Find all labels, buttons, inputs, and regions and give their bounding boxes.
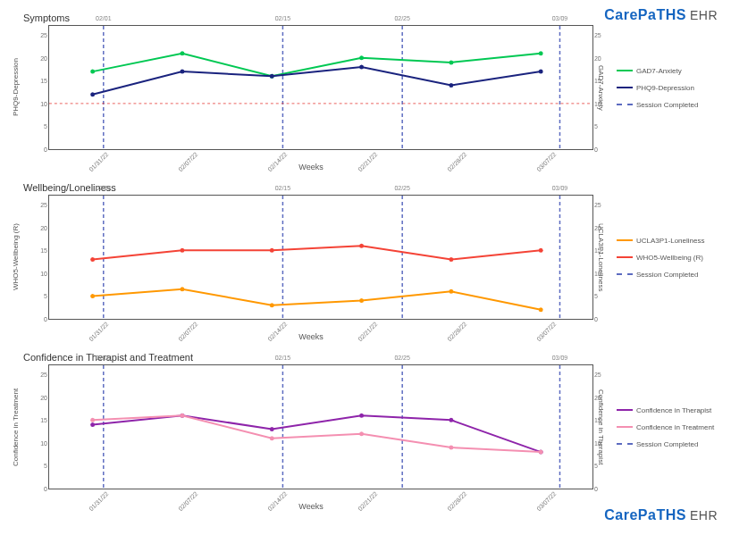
data-point bbox=[539, 51, 543, 55]
legend-swatch bbox=[617, 273, 633, 275]
session-label: 02/25 bbox=[394, 355, 410, 361]
y-tick: 20 bbox=[29, 224, 47, 230]
data-point bbox=[270, 427, 274, 431]
data-point bbox=[449, 83, 453, 88]
y-tick: 15 bbox=[594, 247, 612, 254]
data-point bbox=[270, 74, 274, 79]
y-tick: 20 bbox=[29, 54, 47, 61]
y-tick: 25 bbox=[594, 202, 612, 208]
y-axis-label-left: WHO5-Wellbeing (R) bbox=[9, 195, 21, 320]
legend-item: PHQ9-Depression bbox=[617, 84, 722, 92]
legend-swatch bbox=[617, 426, 633, 428]
y-tick: 15 bbox=[29, 78, 47, 84]
y-tick: 0 bbox=[29, 146, 47, 153]
legend-item: UCLA3P1-Loneliness bbox=[617, 237, 722, 245]
brand-suffix: EHR bbox=[690, 8, 718, 22]
data-point bbox=[270, 303, 274, 307]
x-axis-label: Weeks bbox=[34, 332, 588, 341]
legend-swatch bbox=[617, 70, 633, 71]
legend-label: GAD7-Anxiety bbox=[636, 67, 682, 75]
y-tick: 20 bbox=[594, 224, 612, 230]
chart-1: Wellbeing/LonelinessWHO5-Wellbeing (R)02… bbox=[9, 182, 722, 341]
brand-logo-top: CarePaTHSEHR bbox=[604, 7, 718, 23]
y-tick: 20 bbox=[594, 394, 612, 400]
y-tick: 5 bbox=[594, 123, 612, 130]
data-point bbox=[449, 446, 453, 450]
y-tick: 0 bbox=[29, 316, 47, 322]
data-point bbox=[180, 51, 184, 55]
y-tick: 20 bbox=[594, 54, 612, 61]
session-label: 03/09 bbox=[552, 185, 568, 191]
data-point bbox=[180, 70, 184, 74]
y-tick: 10 bbox=[594, 100, 612, 106]
y-tick: 10 bbox=[594, 270, 612, 276]
session-label: 03/09 bbox=[552, 355, 568, 361]
y-tick: 15 bbox=[29, 247, 47, 254]
session-label: 02/15 bbox=[275, 355, 291, 361]
legend-swatch bbox=[617, 104, 633, 105]
data-point bbox=[539, 70, 543, 74]
x-axis-label: Weeks bbox=[34, 502, 588, 511]
y-tick: 10 bbox=[29, 100, 47, 106]
y-tick: 10 bbox=[29, 439, 47, 446]
y-tick: 5 bbox=[29, 123, 47, 130]
data-point bbox=[449, 289, 453, 294]
y-tick: 25 bbox=[594, 32, 612, 38]
brand-suffix: EHR bbox=[690, 508, 718, 522]
session-label: 02/25 bbox=[394, 15, 410, 21]
y-tick: 25 bbox=[29, 372, 47, 378]
data-point bbox=[539, 450, 543, 455]
legend-label: Confidence in Treatment bbox=[636, 423, 714, 431]
legend-label: Confidence in Therapist bbox=[636, 406, 711, 414]
y-tick: 5 bbox=[594, 293, 612, 299]
y-axis-label-left: PHQ9-Depression bbox=[9, 25, 21, 150]
chart-2: Confidence in Therapist and TreatmentCon… bbox=[9, 352, 722, 511]
legend-item: Session Completed bbox=[617, 440, 722, 448]
series-line bbox=[93, 415, 542, 452]
data-point bbox=[180, 414, 184, 418]
legend-swatch bbox=[617, 409, 633, 411]
session-label: 03/09 bbox=[552, 15, 568, 21]
data-point bbox=[449, 60, 453, 64]
y-tick: 20 bbox=[29, 394, 47, 400]
legend-swatch bbox=[617, 443, 633, 445]
series-line bbox=[93, 415, 542, 452]
legend-label: PHQ9-Depression bbox=[636, 84, 694, 92]
y-tick: 15 bbox=[594, 78, 612, 84]
y-tick: 10 bbox=[594, 439, 612, 446]
session-label: 02/15 bbox=[275, 185, 291, 191]
data-point bbox=[359, 244, 364, 248]
data-point bbox=[90, 422, 95, 427]
data-point bbox=[180, 287, 184, 291]
y-tick: 5 bbox=[29, 463, 47, 469]
legend-swatch bbox=[617, 239, 633, 241]
data-point bbox=[359, 414, 364, 418]
y-tick: 5 bbox=[29, 293, 47, 299]
data-point bbox=[90, 257, 95, 262]
legend-item: Session Completed bbox=[617, 271, 722, 279]
legend-item: WHO5-Wellbeing (R) bbox=[617, 254, 722, 262]
x-axis-label: Weeks bbox=[34, 163, 588, 171]
data-point bbox=[90, 294, 95, 298]
plot-area: 02/0102/1502/2503/0905101520250510152025… bbox=[48, 195, 593, 320]
plot-area: 02/0102/1502/2503/0905101520250510152025… bbox=[48, 25, 593, 150]
legend-label: Session Completed bbox=[636, 101, 698, 109]
brand-name: CarePaTHS bbox=[604, 507, 686, 522]
legend-swatch bbox=[617, 87, 633, 88]
data-point bbox=[180, 248, 184, 253]
data-point bbox=[90, 418, 95, 422]
legend-label: Session Completed bbox=[636, 271, 698, 279]
data-point bbox=[90, 70, 95, 74]
data-point bbox=[270, 248, 274, 253]
data-point bbox=[359, 65, 364, 70]
data-point bbox=[449, 257, 453, 262]
legend-label: Session Completed bbox=[636, 440, 698, 448]
series-line bbox=[93, 289, 542, 310]
brand-name: CarePaTHS bbox=[604, 7, 686, 22]
y-tick: 25 bbox=[29, 32, 47, 38]
data-point bbox=[449, 418, 453, 422]
y-tick: 0 bbox=[29, 486, 47, 492]
series-line bbox=[93, 246, 542, 259]
data-point bbox=[90, 92, 95, 96]
data-point bbox=[539, 248, 543, 253]
